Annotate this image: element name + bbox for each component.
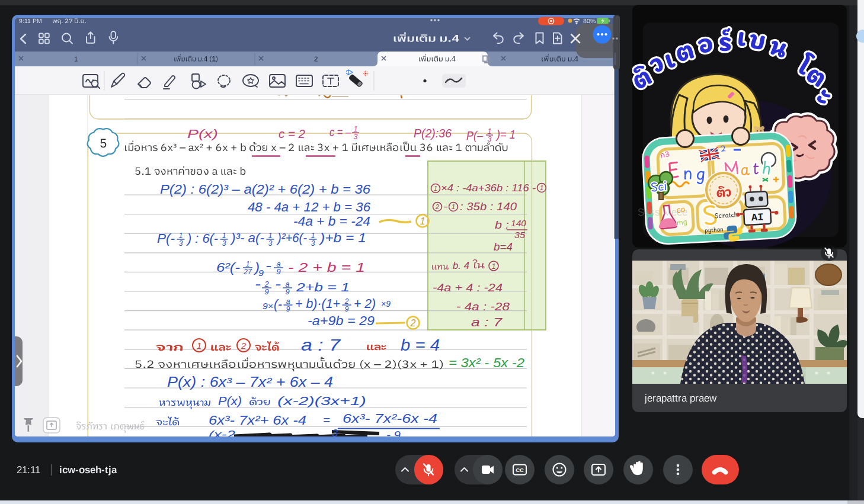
svg-text:9: 9 xyxy=(345,305,349,313)
svg-text:1: 1 xyxy=(268,232,273,240)
svg-text:AI: AI xyxy=(751,211,763,223)
svg-text:(x-2)(3x+1): (x-2)(3x+1) xyxy=(277,395,366,407)
svg-text:)²+6(-: )²+6(- xyxy=(276,230,307,245)
svg-text:6x³- 7x²+ 6x -4: 6x³- 7x²+ 6x -4 xyxy=(209,413,306,427)
svg-text:1: 1 xyxy=(434,185,437,192)
svg-text:CC: CC xyxy=(516,467,524,473)
svg-text:140: 140 xyxy=(511,219,527,228)
svg-text:1: 1 xyxy=(179,232,183,240)
svg-text:)= 1: )= 1 xyxy=(495,129,516,141)
svg-text:3: 3 xyxy=(354,133,358,141)
svg-text:-: - xyxy=(255,277,261,291)
svg-text:9×: 9× xyxy=(263,302,273,311)
svg-text:P(2):36: P(2):36 xyxy=(414,127,452,140)
svg-text:-: - xyxy=(275,277,281,291)
svg-text:1: 1 xyxy=(311,232,315,240)
svg-text:- 2 + b = 1: - 2 + b = 1 xyxy=(288,260,365,275)
svg-text:b=4: b=4 xyxy=(494,241,513,253)
svg-text:a: a xyxy=(286,297,290,306)
svg-text:b :: b : xyxy=(495,219,509,231)
svg-text:3: 3 xyxy=(488,135,492,143)
svg-text:1: 1 xyxy=(420,216,425,226)
svg-text:-a+9b = 29: -a+9b = 29 xyxy=(308,314,375,328)
svg-text:)+b = 1: )+b = 1 xyxy=(318,230,366,245)
svg-text:- 4a : -28: - 4a : -28 xyxy=(456,300,510,313)
svg-text:2+b = 1: 2+b = 1 xyxy=(296,281,350,294)
svg-text:2: 2 xyxy=(344,297,349,306)
svg-text:3: 3 xyxy=(332,428,338,439)
svg-text:-4a + 4 : -24: -4a + 4 : -24 xyxy=(433,281,503,294)
svg-text:1: 1 xyxy=(488,127,492,136)
svg-text:9: 9 xyxy=(264,287,268,296)
svg-text:P(–: P(– xyxy=(466,130,483,142)
svg-text:2: 2 xyxy=(410,318,416,328)
svg-text:9: 9 xyxy=(286,305,290,313)
svg-text:×4 : -4a+36b : 116 -: ×4 : -4a+36b : 116 - xyxy=(441,182,536,194)
svg-text:P(x) : 6x³ – 7x² + 6x – 4: P(x) : 6x³ – 7x² + 6x – 4 xyxy=(167,374,333,390)
svg-text:b. 4: b. 4 xyxy=(453,260,469,271)
svg-text:P(x): P(x) xyxy=(187,128,218,140)
svg-text:×9: ×9 xyxy=(381,299,391,309)
svg-text:a : 7: a : 7 xyxy=(301,336,341,354)
svg-text:: 35b : 140: : 35b : 140 xyxy=(460,201,517,213)
svg-text:-: - xyxy=(265,259,271,272)
svg-text:48 - 4a + 12 + b = 36: 48 - 4a + 12 + b = 36 xyxy=(248,200,371,214)
svg-text:1: 1 xyxy=(354,125,358,133)
svg-text:c = 2: c = 2 xyxy=(279,127,305,140)
svg-text:1: 1 xyxy=(246,260,250,268)
svg-text:35: 35 xyxy=(514,230,526,240)
svg-text:6²(-: 6²(- xyxy=(216,261,240,275)
svg-text:9: 9 xyxy=(285,287,289,296)
svg-text:3: 3 xyxy=(222,239,226,248)
svg-text:(x-2: (x-2 xyxy=(209,428,235,441)
svg-text:2: 2 xyxy=(241,341,246,351)
svg-text:3: 3 xyxy=(179,239,183,248)
svg-text:1: 1 xyxy=(452,203,455,210)
svg-text:a : 7: a : 7 xyxy=(471,316,503,329)
svg-text:P(-: P(- xyxy=(157,231,175,246)
svg-text:3: 3 xyxy=(268,239,273,248)
svg-text:b = 4: b = 4 xyxy=(401,336,440,354)
svg-text:1: 1 xyxy=(222,232,226,240)
svg-text:P(x): P(x) xyxy=(218,395,242,407)
svg-text:) : 6(-: ) : 6(- xyxy=(185,231,218,246)
svg-text:9: 9 xyxy=(258,269,264,278)
svg-text:c = –: c = – xyxy=(329,126,351,139)
svg-text:1: 1 xyxy=(197,341,201,351)
svg-text:= 3x² - 5x -2: = 3x² - 5x -2 xyxy=(449,355,524,370)
svg-text:1: 1 xyxy=(492,262,496,271)
svg-text:-4a + b = -24: -4a + b = -24 xyxy=(293,214,370,229)
svg-text:+ 2): + 2) xyxy=(354,297,376,311)
svg-text:P(2) : 6(2)³ – a(2)² + 6(2) +: P(2) : 6(2)³ – a(2)² + 6(2) + b = 36 xyxy=(160,182,371,197)
svg-text:2: 2 xyxy=(435,203,439,210)
svg-text:(-: (- xyxy=(274,297,282,312)
svg-text:+ b)·(1+: + b)·(1+ xyxy=(295,297,340,311)
svg-text:6x³- 7x²-6x -4: 6x³- 7x²-6x -4 xyxy=(343,412,437,425)
svg-text:9: 9 xyxy=(276,267,280,276)
svg-text:1: 1 xyxy=(540,184,543,191)
svg-text:-: - xyxy=(443,201,449,212)
svg-text:3: 3 xyxy=(311,239,315,248)
svg-text:=: = xyxy=(323,413,330,426)
svg-text:- 9: - 9 xyxy=(386,429,401,441)
svg-text:)³- a(-: )³- a(- xyxy=(229,230,264,245)
svg-text:27: 27 xyxy=(243,268,252,276)
